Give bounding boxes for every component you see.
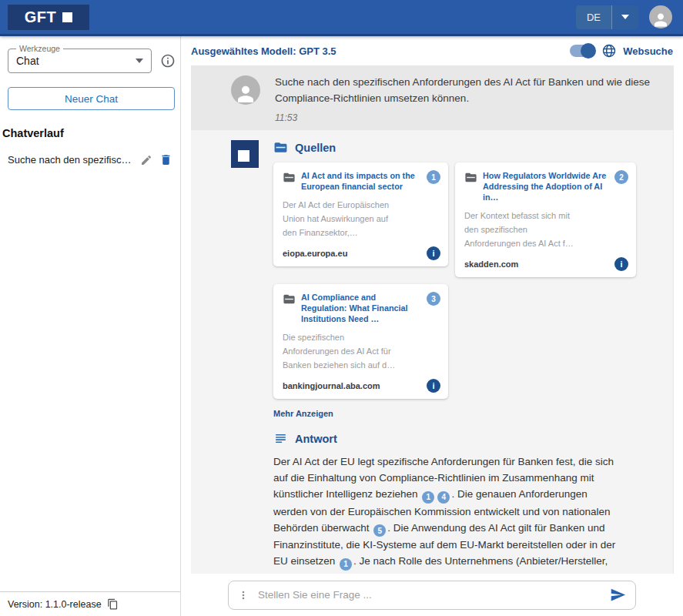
send-button[interactable] — [610, 587, 626, 603]
source-card-domain: skadden.com — [464, 259, 518, 269]
citation-badge[interactable]: 1 — [422, 491, 434, 504]
selected-model-label: Ausgewähltes Modell: GPT 3.5 — [191, 45, 336, 57]
language-current[interactable]: DE — [576, 5, 611, 29]
edit-chat-button[interactable] — [140, 154, 152, 166]
question-input[interactable] — [258, 589, 601, 601]
assistant-message: Quellen AI Act and its impacts on the Eu… — [191, 130, 673, 574]
top-bar: GFT DE — [0, 0, 683, 36]
user-avatar — [231, 75, 260, 105]
trash-icon — [159, 153, 172, 166]
chat-history-title: Chatverlauf — [2, 127, 180, 139]
text-lines-icon — [273, 431, 288, 446]
source-card-description: Die spezifischen Anforderungen des AI Ac… — [283, 330, 402, 372]
send-arrow-icon — [610, 587, 626, 603]
message-timestamp: 11:53 — [275, 112, 658, 123]
show-more-link[interactable]: Mehr Anzeigen — [273, 409, 636, 418]
chevron-down-icon — [621, 15, 629, 19]
person-icon — [651, 10, 670, 28]
toggle-knob — [581, 43, 596, 59]
source-card[interactable]: AI Act and its impacts on the European f… — [273, 162, 448, 266]
source-card[interactable]: How Regulators Worldwide Are Addressing … — [455, 162, 636, 277]
gft-logo-square-icon — [62, 12, 72, 22]
user-profile-avatar[interactable] — [649, 5, 672, 28]
info-icon[interactable]: i — [427, 246, 440, 260]
source-card-title[interactable]: How Regulators Worldwide Are Addressing … — [483, 170, 609, 203]
source-card-title[interactable]: AI Compliance and Regulation: What Finan… — [301, 292, 421, 324]
websearch-label: Websuche — [623, 45, 673, 57]
source-number-badge: 2 — [614, 170, 628, 184]
language-selector[interactable]: DE — [576, 5, 638, 29]
pencil-icon — [140, 154, 152, 166]
scrollbar-gutter[interactable] — [673, 65, 683, 574]
tools-select[interactable]: Werkzeuge Chat — [8, 49, 152, 73]
version-label: Version: 1.1.0-release — [8, 599, 102, 610]
kebab-dots-icon[interactable] — [238, 588, 249, 602]
globe-icon — [601, 43, 617, 59]
answer-text: Der AI Act der EU legt spezifische Anfor… — [273, 454, 618, 574]
folder-icon — [464, 171, 477, 184]
gft-logo: GFT — [8, 5, 89, 30]
delete-chat-button[interactable] — [159, 153, 172, 166]
info-icon[interactable]: i — [427, 379, 440, 393]
answer-section-title: Antwort — [295, 433, 337, 445]
websearch-toggle[interactable] — [570, 45, 595, 57]
question-input-bar — [228, 581, 636, 610]
sources-section-title: Quellen — [295, 142, 336, 154]
gft-logo-text: GFT — [25, 8, 57, 26]
main-area: Ausgewähltes Modell: GPT 3.5 Websuche — [181, 36, 683, 616]
tools-select-label: Werkzeuge — [16, 44, 63, 53]
sidebar: Werkzeuge Chat Neuer Chat Chatverlauf Su… — [0, 36, 181, 616]
citation-badge[interactable]: 1 — [340, 558, 352, 571]
source-number-badge: 1 — [427, 170, 440, 184]
new-chat-button[interactable]: Neuer Chat — [8, 87, 175, 110]
source-card-description: Der AI Act der Europäischen Union hat Au… — [283, 198, 402, 239]
folder-icon — [273, 140, 288, 155]
source-card-title[interactable]: AI Act and its impacts on the European f… — [301, 170, 421, 192]
source-card-domain: bankingjournal.aba.com — [283, 381, 380, 390]
citation-badge[interactable]: 5 — [373, 524, 386, 537]
source-card[interactable]: AI Compliance and Regulation: What Finan… — [273, 284, 448, 399]
chevron-down-icon — [136, 59, 143, 63]
folder-icon — [283, 171, 296, 184]
source-number-badge: 3 — [427, 292, 440, 306]
chat-panel: Suche nach den spezifischen Anforderunge… — [191, 65, 673, 574]
info-icon[interactable] — [160, 53, 176, 69]
assistant-avatar — [231, 140, 259, 168]
source-cards-grid: AI Act and its impacts on the European f… — [273, 162, 636, 399]
user-message: Suche nach den spezifischen Anforderunge… — [191, 65, 673, 130]
chat-history-item[interactable]: Suche nach den spezifischen A... — [8, 153, 172, 166]
folder-icon — [283, 293, 296, 306]
language-dropdown-button[interactable] — [612, 5, 638, 29]
copy-icon[interactable] — [107, 598, 119, 610]
tools-select-value: Chat — [16, 55, 136, 67]
chat-history-item-title[interactable]: Suche nach den spezifischen A... — [8, 154, 133, 166]
gft-cube-icon — [238, 150, 249, 162]
person-icon — [234, 82, 257, 105]
source-card-description: Der Kontext befasst sich mit den spezifi… — [464, 209, 584, 250]
source-card-domain: eiopa.europa.eu — [283, 249, 347, 258]
citation-badge[interactable]: 4 — [437, 491, 450, 504]
user-message-text: Suche nach den spezifischen Anforderunge… — [275, 74, 658, 106]
info-icon[interactable]: i — [614, 257, 628, 271]
